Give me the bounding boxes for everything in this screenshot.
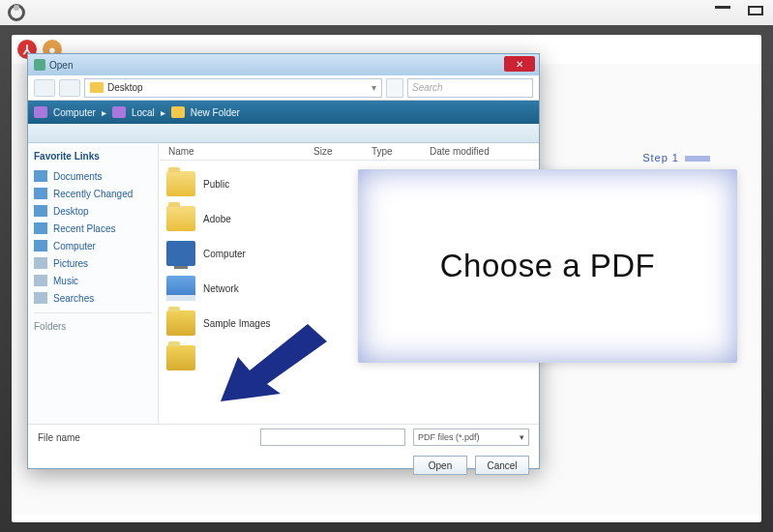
instruction-callout: Step 1 Choose a PDF — [358, 169, 737, 363]
dialog-footer: File name PDF files (*.pdf)▾ Open Cancel — [28, 424, 539, 468]
item-label: Sample Images — [203, 318, 270, 329]
cancel-button-label: Cancel — [487, 460, 517, 471]
sidebar-item-label: Computer — [53, 241, 96, 251]
sidebar-footer[interactable]: Folders — [32, 319, 154, 334]
breadcrumb-bar: Computer ▸ Local ▸ New Folder — [28, 101, 539, 124]
link-icon — [34, 292, 47, 304]
window-controls — [715, 6, 763, 15]
nav-back-button[interactable] — [34, 79, 55, 97]
open-button-label: Open — [429, 460, 452, 471]
breadcrumb-seg[interactable]: Computer — [53, 107, 96, 118]
link-icon — [34, 257, 47, 269]
item-label: Public — [203, 179, 229, 190]
sidebar-item[interactable]: Pictures — [32, 254, 154, 272]
item-label: Computer — [203, 249, 246, 259]
sidebar-item[interactable]: Music — [32, 272, 154, 289]
sidebar-item-label: Recent Places — [53, 223, 115, 234]
breadcrumb-seg[interactable]: New Folder — [191, 107, 240, 118]
app-titlebar — [0, 0, 773, 25]
dialog-icon — [34, 59, 45, 71]
sidebar-item[interactable]: Recent Places — [32, 220, 154, 237]
filetype-label: PDF files (*.pdf) — [418, 432, 480, 442]
folder-icon — [90, 82, 104, 93]
sidebar-item-label: Pictures — [53, 258, 88, 269]
app-logo-icon — [8, 4, 25, 21]
breadcrumb-icon — [34, 106, 47, 118]
sidebar-item-label: Desktop — [53, 206, 89, 217]
sidebar-separator — [34, 312, 152, 313]
minimize-icon[interactable] — [715, 6, 730, 9]
path-bar: Desktop ▾ Search — [28, 75, 539, 101]
folder-icon — [166, 345, 195, 370]
sidebar-item-label: Searches — [53, 293, 94, 304]
breadcrumb-icon — [112, 106, 126, 118]
col-name[interactable]: Name — [159, 146, 304, 157]
sidebar-item-label: Documents — [53, 171, 103, 182]
folder-icon — [166, 171, 195, 196]
link-icon — [34, 240, 47, 251]
link-icon — [34, 188, 47, 199]
col-date[interactable]: Date modified — [420, 146, 539, 157]
search-placeholder: Search — [412, 82, 443, 93]
filetype-select[interactable]: PDF files (*.pdf)▾ — [413, 429, 529, 446]
sidebar: Favorite Links Documents Recently Change… — [28, 143, 159, 424]
col-type[interactable]: Type — [362, 146, 420, 157]
sidebar-header: Favorite Links — [32, 149, 154, 167]
path-input[interactable]: Desktop ▾ — [84, 78, 382, 98]
sidebar-item[interactable]: Searches — [32, 289, 154, 307]
col-size[interactable]: Size — [304, 146, 362, 157]
folder-icon — [166, 206, 195, 231]
filename-input[interactable] — [260, 429, 405, 446]
link-icon — [34, 205, 47, 217]
link-icon — [34, 222, 47, 234]
sidebar-item[interactable]: Computer — [32, 237, 154, 254]
drive-icon — [166, 276, 195, 301]
refresh-button[interactable] — [386, 78, 403, 98]
column-headers[interactable]: Name Size Type Date modified — [159, 143, 539, 161]
sidebar-item[interactable]: Documents — [32, 167, 154, 185]
filename-label: File name — [38, 432, 80, 443]
callout-text: Choose a PDF — [440, 248, 655, 284]
link-icon — [34, 170, 47, 182]
folder-icon — [166, 310, 195, 336]
item-label: Network — [203, 283, 239, 294]
dialog-toolbar — [28, 124, 539, 143]
dialog-title: Open — [49, 60, 73, 71]
maximize-icon[interactable] — [748, 6, 763, 15]
sidebar-item-label: Recently Changed — [53, 189, 133, 199]
link-icon — [34, 275, 47, 286]
callout-step-label: Step 1 — [642, 152, 710, 163]
item-label: Adobe — [203, 214, 231, 224]
sidebar-item-label: Music — [53, 276, 78, 286]
search-input[interactable]: Search — [407, 78, 533, 98]
path-current: Desktop — [107, 82, 143, 93]
dialog-titlebar[interactable]: Open ✕ — [28, 54, 539, 75]
close-button[interactable]: ✕ — [504, 56, 535, 72]
folder-icon — [171, 106, 185, 118]
sidebar-item[interactable]: Recently Changed — [32, 185, 154, 202]
open-button[interactable]: Open — [413, 456, 467, 475]
breadcrumb-seg[interactable]: Local — [132, 107, 155, 118]
cancel-button[interactable]: Cancel — [475, 456, 529, 475]
sidebar-item[interactable]: Desktop — [32, 202, 154, 220]
computer-icon — [166, 241, 195, 266]
nav-forward-button[interactable] — [59, 79, 80, 97]
